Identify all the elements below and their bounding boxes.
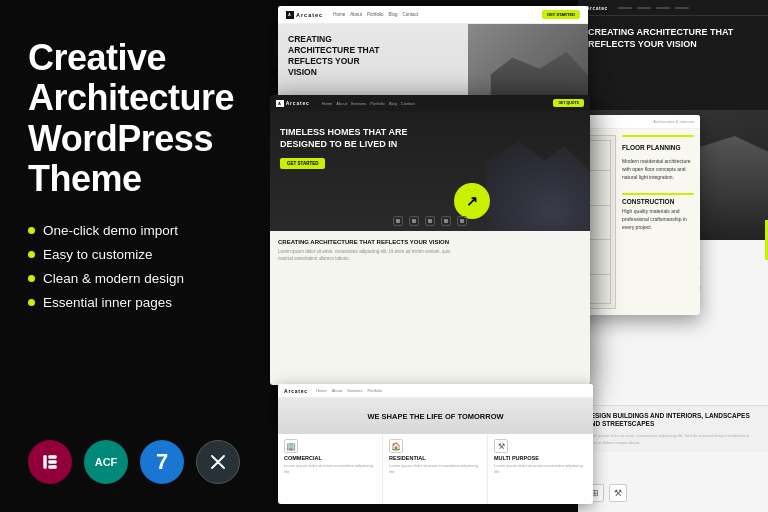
svg-rect-3: [48, 465, 56, 468]
nav-item: Contact: [403, 12, 419, 17]
screenshots-container: Arcatec CREATING ARCHITECTURE THAT REFLE…: [270, 0, 768, 512]
list-item: Easy to customize: [28, 247, 242, 262]
nav-item: Home: [333, 12, 345, 17]
grid-item-residential: 🏠 RESIDENTIAL Lorem ipsum dolor sit amet…: [383, 434, 488, 504]
nav-link: Services: [351, 101, 366, 106]
tech-icons-row: ACF 7: [28, 440, 242, 484]
content-main-title: CREATING ARCHITECTURE THAT REFLECTS YOUR…: [278, 239, 582, 245]
multipurpose-icon: ⚒: [494, 439, 508, 453]
main-hero-headline: TIMELESS HOMES THAT ARE DESIGNED TO BE L…: [280, 126, 420, 150]
nav-about: About: [332, 388, 342, 393]
bottom-hero-strip: WE SHAPE THE LIFE OF TOMORROW: [278, 398, 593, 434]
design-buildings-text: Lorem ipsum dolor sit amet, consectetur …: [586, 433, 760, 446]
top-nav: Home About Portfolio Blog Contact: [333, 12, 418, 17]
svg-rect-0: [43, 455, 46, 468]
grid-item-commercial: 🏢 COMMERCIAL Lorem ipsum dolor sit amet …: [278, 434, 383, 504]
scroll-icons: [393, 216, 467, 226]
plan-subtitle: Architecture & Interiors: [653, 119, 694, 124]
bullet-icon: [28, 299, 35, 306]
design-buildings-block: DESIGN BUILDINGS AND INTERIORS, LANDSCAP…: [578, 405, 768, 452]
scroll-icon: [393, 216, 403, 226]
residential-icon: 🏠: [389, 439, 403, 453]
main-title: Creative Architecture WordPress Theme: [28, 38, 242, 199]
nav-line: [675, 7, 689, 9]
bottom-hero-text: WE SHAPE THE LIFE OF TOMORROW: [367, 412, 503, 421]
arcatec-logo: A Arcatec: [286, 11, 323, 19]
commercial-text: Lorem ipsum dolor sit amet consectetur a…: [284, 463, 376, 475]
title-line2: Architecture: [28, 77, 234, 118]
nav-services: Services: [347, 388, 362, 393]
list-item: Essential inner pages: [28, 295, 242, 310]
bullet-icon: [28, 227, 35, 234]
nav-line: [618, 7, 632, 9]
plan-accent-bar: [622, 135, 694, 137]
nav-line: [637, 7, 651, 9]
logo-icon: A: [286, 11, 294, 19]
seven-icon: 7: [140, 440, 184, 484]
plan-right: FLOOR PLANNING Modern residential archit…: [622, 135, 694, 309]
bottom-header: Arcatec Home About Services Portfolio: [278, 384, 593, 398]
screen-main-header: A Arcatec Home About Services Portfolio …: [270, 95, 590, 111]
nav-item: About: [350, 12, 362, 17]
nav-item: Blog: [388, 12, 397, 17]
headline-block: Creative Architecture WordPress Theme On…: [28, 38, 242, 338]
bullet-icon: [28, 275, 35, 282]
bottom-brand: Arcatec: [284, 388, 308, 394]
features-list: One-click demo import Easy to customize …: [28, 223, 242, 310]
title-line1: Creative: [28, 37, 166, 78]
content-main-body: Lorem ipsum dolor sit amet, consectetur …: [278, 249, 458, 263]
bottom-grid: 🏢 COMMERCIAL Lorem ipsum dolor sit amet …: [278, 434, 593, 504]
main-nav: Home About Services Portfolio Blog Conta…: [322, 101, 415, 106]
title-line3: WordPress Theme: [28, 118, 213, 199]
construction-block: CONSTRUCTION High quality materials and …: [622, 193, 694, 231]
main-logo-box: A: [276, 100, 284, 107]
screen-top-header: A Arcatec Home About Portfolio Blog Cont…: [278, 6, 588, 24]
commercial-icon: 🏢: [284, 439, 298, 453]
main-hero-text: TIMELESS HOMES THAT ARE DESIGNED TO BE L…: [280, 126, 420, 169]
right-brand: Arcatec: [586, 5, 608, 11]
right-panel: Arcatec CREATING ARCHITECTURE THAT REFLE…: [270, 0, 768, 512]
multipurpose-text: Lorem ipsum dolor sit amet consectetur a…: [494, 463, 587, 475]
right-top-headline: CREATING ARCHITECTURE THAT REFLECTS YOUR…: [588, 26, 758, 50]
screen-main: A Arcatec Home About Services Portfolio …: [270, 95, 590, 385]
main-brand: A Arcatec: [276, 100, 310, 107]
nav-portfolio: Portfolio: [367, 388, 382, 393]
design-buildings-title: DESIGN BUILDINGS AND INTERIORS, LANDSCAP…: [586, 412, 760, 430]
construction-label: CONSTRUCTION: [622, 198, 694, 205]
left-panel: Creative Architecture WordPress Theme On…: [0, 0, 270, 512]
screen-main-hero: TIMELESS HOMES THAT ARE DESIGNED TO BE L…: [270, 111, 590, 231]
grid-item-multipurpose: ⚒ MULTI PURPOSE Lorem ipsum dolor sit am…: [488, 434, 593, 504]
scroll-icon: [457, 216, 467, 226]
main-hero-btn[interactable]: GET STARTED: [280, 158, 325, 169]
nav-item: Portfolio: [367, 12, 384, 17]
nav-line: [656, 7, 670, 9]
nav-link: Home: [322, 101, 333, 106]
multipurpose-title: MULTI PURPOSE: [494, 455, 587, 461]
plan-accent-bar2: [622, 193, 694, 195]
acf-icon: ACF: [84, 440, 128, 484]
xtemos-icon: [196, 440, 240, 484]
nav-link: Contact: [401, 101, 415, 106]
commercial-title: COMMERCIAL: [284, 455, 376, 461]
nav-link: Blog: [389, 101, 397, 106]
get-started-btn[interactable]: GET STARTED: [542, 10, 580, 19]
screen-bottom: Arcatec Home About Services Portfolio WE…: [278, 384, 593, 504]
scroll-icon: [409, 216, 419, 226]
right-top-text: CREATING ARCHITECTURE THAT REFLECTS YOUR…: [578, 16, 768, 60]
scroll-icon: [441, 216, 451, 226]
svg-rect-2: [48, 460, 56, 463]
plan-text-body: Modern residential architecture with ope…: [622, 157, 694, 181]
bottom-nav: Home About Services Portfolio: [316, 388, 382, 393]
list-item: Clean & modern design: [28, 271, 242, 286]
arrow-circle: ↗: [454, 183, 490, 219]
elementor-icon: [28, 440, 72, 484]
residential-title: RESIDENTIAL: [389, 455, 481, 461]
main-cta-btn[interactable]: GET QUOTE: [553, 99, 584, 107]
bottom-icon: ⚒: [609, 484, 627, 502]
right-nav: Arcatec: [578, 0, 768, 16]
nav-link: About: [336, 101, 346, 106]
nav-home: Home: [316, 388, 327, 393]
right-dark-section: Arcatec CREATING ARCHITECTURE THAT REFLE…: [578, 0, 768, 110]
plan-text-title: FLOOR PLANNING: [622, 144, 694, 151]
nav-link: Portfolio: [370, 101, 385, 106]
